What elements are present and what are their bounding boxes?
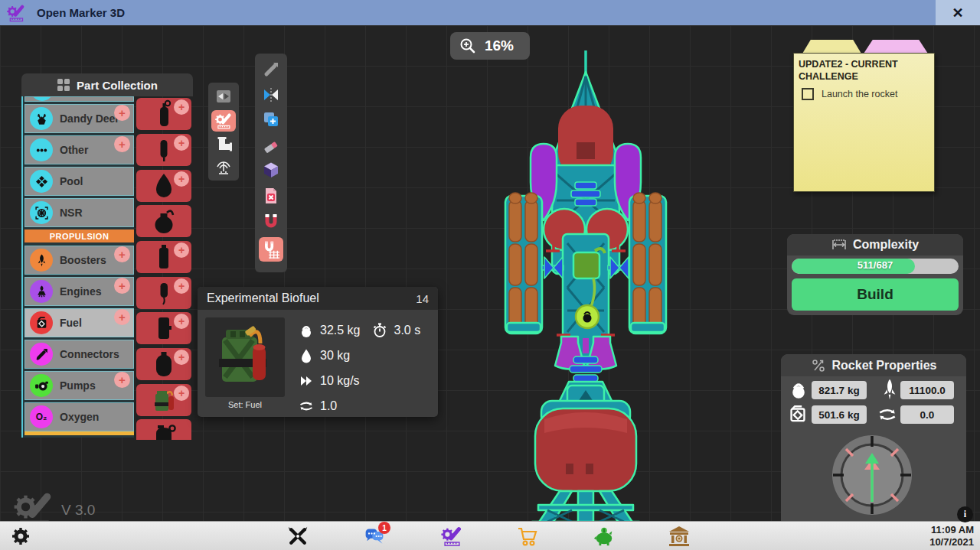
magnet-tool-button[interactable] bbox=[259, 211, 283, 233]
part-card-tall-bottle[interactable]: + bbox=[136, 241, 191, 273]
sprinkler-tool-button[interactable] bbox=[211, 158, 236, 179]
cube-tool-button[interactable] bbox=[259, 159, 283, 181]
part-card-kettle-tank[interactable] bbox=[136, 419, 191, 440]
dots-icon bbox=[30, 138, 53, 161]
part-card-extinguisher-tank[interactable]: + bbox=[136, 98, 191, 130]
category-pool[interactable]: Pool bbox=[24, 167, 134, 196]
chat-button[interactable]: 1 bbox=[361, 525, 387, 548]
fuel-parts-column: + + + + + + + + bbox=[136, 96, 193, 440]
category-add-button[interactable]: + bbox=[114, 136, 130, 152]
pool-icon bbox=[30, 170, 53, 193]
swap-view-button[interactable] bbox=[211, 86, 236, 107]
taskbar: 1 11:09 AM 10/7/2021 bbox=[0, 521, 980, 550]
info-button[interactable]: i bbox=[957, 506, 973, 522]
stat-fuel-capacity: 30 kg bbox=[320, 349, 350, 363]
deer-icon bbox=[30, 107, 53, 130]
add-part-button[interactable]: + bbox=[174, 99, 189, 115]
note-tab-yellow[interactable] bbox=[802, 40, 861, 54]
part-card-experimental-biofuel[interactable]: + bbox=[136, 384, 191, 416]
tooltip-count: 14 bbox=[416, 292, 429, 305]
part-card-drip-tank[interactable]: + bbox=[136, 277, 191, 309]
fuel-mass-field: 501.6 kg bbox=[812, 405, 867, 424]
category-add-button[interactable]: + bbox=[114, 246, 130, 262]
flow-field: 0.0 bbox=[900, 405, 954, 424]
app-logo-icon bbox=[6, 3, 26, 23]
category-other[interactable]: Other + bbox=[24, 135, 134, 164]
category-pumps[interactable]: Pumps + bbox=[24, 371, 134, 400]
part-card-teardrop-tank[interactable]: + bbox=[136, 170, 191, 202]
category-add-button[interactable]: + bbox=[114, 278, 130, 294]
settings-button[interactable] bbox=[8, 525, 34, 548]
total-mass-icon bbox=[789, 379, 808, 399]
note-title: UPDATE2 - CURRENT CHALLENGE bbox=[799, 58, 929, 83]
mirror-tool-button[interactable] bbox=[259, 84, 283, 106]
category-dandy-deer[interactable]: Dandy Deer + bbox=[24, 104, 134, 133]
grid-icon bbox=[57, 78, 70, 92]
part-set-label: Set: Fuel bbox=[205, 400, 285, 409]
category-boosters[interactable]: Boosters + bbox=[24, 246, 134, 275]
bank-button[interactable] bbox=[666, 525, 692, 548]
part-card-small-capsule[interactable]: + bbox=[136, 134, 191, 166]
fuel-can-icon bbox=[30, 311, 53, 334]
add-part-button[interactable]: + bbox=[174, 386, 189, 401]
complexity-progress-label: 511/687 bbox=[792, 259, 959, 271]
mass-flow-icon bbox=[811, 358, 826, 373]
category-fuel[interactable]: Fuel + bbox=[24, 308, 134, 337]
time-label: 11:09 AM bbox=[929, 524, 974, 536]
category-label: Engines bbox=[60, 285, 101, 298]
add-part-button[interactable]: + bbox=[174, 350, 189, 365]
link-tool-button[interactable] bbox=[259, 58, 283, 80]
marker-app-button[interactable] bbox=[439, 525, 465, 548]
part-card-big-jug[interactable]: + bbox=[136, 348, 191, 380]
pipe-tool-button[interactable] bbox=[211, 135, 236, 156]
snap-grid-tool-button[interactable] bbox=[259, 237, 283, 262]
add-part-button[interactable]: + bbox=[174, 242, 189, 258]
complexity-panel: Complexity 511/687 Build bbox=[787, 234, 963, 315]
zoom-indicator[interactable]: 16% bbox=[450, 32, 530, 60]
fuel-drop-icon bbox=[299, 348, 314, 363]
part-card-jug-tank[interactable] bbox=[136, 205, 191, 237]
delete-file-button[interactable] bbox=[259, 185, 283, 207]
add-part-button[interactable]: + bbox=[174, 314, 189, 329]
add-part-button[interactable]: + bbox=[174, 135, 189, 151]
chat-notification-badge: 1 bbox=[378, 522, 390, 534]
left-toolbar bbox=[208, 83, 239, 181]
duplicate-tool-button[interactable] bbox=[259, 109, 283, 130]
category-engines[interactable]: Engines + bbox=[24, 277, 134, 306]
total-mass-field: 821.7 kg bbox=[812, 381, 867, 399]
shop-button[interactable] bbox=[514, 525, 541, 548]
category-scrollbar[interactable] bbox=[24, 431, 134, 435]
category-add-button[interactable]: + bbox=[114, 309, 130, 325]
category-add-button[interactable]: + bbox=[114, 105, 130, 121]
category-oxygen[interactable]: O₂ Oxygen bbox=[24, 402, 134, 431]
open-marker-3d-window: V 3.0 Open Marker 3D ✕ 16% Part Collecti… bbox=[0, 0, 980, 550]
category-add-button[interactable]: + bbox=[114, 372, 130, 388]
flow-icon bbox=[877, 405, 897, 425]
category-connectors[interactable]: Connectors bbox=[24, 340, 134, 369]
task-checkbox[interactable] bbox=[802, 88, 814, 100]
category-partial[interactable] bbox=[24, 96, 134, 102]
note-tab-pink[interactable] bbox=[864, 40, 928, 54]
marker-tool-button[interactable] bbox=[211, 110, 236, 132]
piggy-bank-button[interactable] bbox=[591, 525, 617, 548]
rocket-properties-title: Rocket Properties bbox=[832, 359, 937, 373]
zoom-level: 16% bbox=[476, 37, 530, 54]
crossed-rockets-button[interactable] bbox=[285, 525, 311, 548]
category-nsr[interactable]: NSR bbox=[24, 198, 134, 227]
build-button[interactable]: Build bbox=[792, 278, 959, 311]
eraser-tool-button[interactable] bbox=[259, 135, 283, 156]
add-part-button[interactable]: + bbox=[174, 278, 189, 294]
blue-rings bbox=[570, 356, 602, 382]
category-label: Fuel bbox=[60, 317, 82, 329]
part-collection-header[interactable]: Part Collection bbox=[21, 73, 193, 96]
category-label: Boosters bbox=[60, 254, 106, 266]
stat-ratio: 1.0 bbox=[320, 399, 337, 413]
part-card-box-tank[interactable]: + bbox=[136, 312, 191, 344]
connector-icon bbox=[30, 343, 53, 366]
close-button[interactable]: ✕ bbox=[936, 0, 980, 25]
tooltip-title: Experimental Biofuel bbox=[207, 291, 416, 305]
timer-icon bbox=[372, 323, 387, 338]
add-part-button[interactable]: + bbox=[174, 171, 189, 187]
rocket-model[interactable] bbox=[471, 50, 701, 546]
category-label: Oxygen bbox=[60, 411, 99, 423]
